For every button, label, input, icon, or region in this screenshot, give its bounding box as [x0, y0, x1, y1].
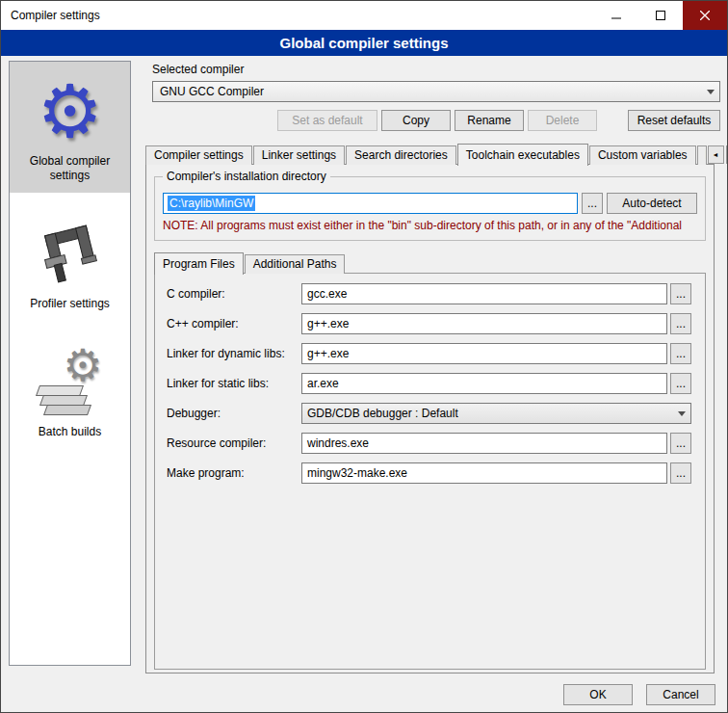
debugger-select[interactable]: GDB/CDB debugger : Default: [301, 403, 691, 424]
chevron-down-icon: [702, 82, 719, 101]
reset-defaults-button[interactable]: Reset defaults: [628, 110, 720, 131]
installation-directory-browse-button[interactable]: ...: [582, 193, 603, 214]
minimize-button[interactable]: [594, 1, 638, 30]
copy-button[interactable]: Copy: [381, 110, 451, 131]
tab-program-files[interactable]: Program Files: [154, 252, 244, 275]
dialog-header: Global compiler settings: [1, 30, 727, 56]
settings-tab-bar: Compiler settings Linker settings Search…: [145, 144, 715, 165]
sidebar-item-label: Global compiler settings: [13, 154, 127, 183]
make-program-value: mingw32-make.exe: [307, 466, 407, 480]
c-compiler-value: gcc.exe: [307, 287, 347, 301]
tab-toolchain-executables[interactable]: Toolchain executables: [457, 144, 588, 166]
installation-directory-group: Compiler's installation directory C:\ray…: [154, 176, 706, 241]
cpp-compiler-value: g++.exe: [307, 317, 349, 330]
selected-compiler-value: GNU GCC Compiler: [160, 85, 264, 98]
tab-linker-settings[interactable]: Linker settings: [253, 145, 345, 165]
linker-dynamic-value: g++.exe: [307, 347, 349, 360]
compiler-settings-dialog: Compiler settings Global compiler settin…: [0, 0, 728, 713]
minimize-icon: [611, 11, 621, 20]
sidebar-item-label: Profiler settings: [30, 297, 110, 311]
debugger-label: Debugger:: [167, 407, 301, 420]
resource-compiler-browse-button[interactable]: ...: [670, 433, 691, 454]
tab-build-options[interactable]: Build: [697, 145, 707, 165]
clamp-icon: [35, 217, 106, 292]
linker-static-browse-button[interactable]: ...: [670, 373, 691, 394]
rename-button[interactable]: Rename: [455, 110, 524, 131]
resource-compiler-input[interactable]: windres.exe: [301, 433, 667, 454]
c-compiler-browse-button[interactable]: ...: [670, 283, 691, 304]
main-panel: Selected compiler GNU GCC Compiler Set a…: [141, 61, 721, 673]
resource-compiler-value: windres.exe: [307, 436, 369, 450]
make-program-label: Make program:: [167, 466, 301, 480]
settings-category-list: ⚙ Global compiler settings Profiler set: [9, 61, 131, 666]
cpp-compiler-input[interactable]: g++.exe: [301, 313, 667, 334]
cpp-compiler-label: C++ compiler:: [167, 317, 301, 330]
resource-compiler-label: Resource compiler:: [167, 436, 301, 450]
auto-detect-button[interactable]: Auto-detect: [607, 193, 697, 214]
sidebar-item-label: Batch builds: [39, 425, 101, 439]
sidebar-item-batch-builds[interactable]: ⚙ Batch builds: [10, 332, 130, 449]
cancel-button[interactable]: Cancel: [646, 684, 715, 705]
maximize-button[interactable]: [638, 1, 683, 30]
window-controls: [594, 1, 727, 30]
field-row-cpp-compiler: C++ compiler: g++.exe ...: [167, 313, 691, 334]
selected-compiler-select[interactable]: GNU GCC Compiler: [152, 81, 720, 102]
ok-button[interactable]: OK: [563, 684, 633, 705]
tab-scroll-left-button[interactable]: ◄: [708, 145, 724, 164]
gear-stack-icon: ⚙: [30, 343, 111, 422]
tab-search-directories[interactable]: Search directories: [346, 145, 456, 165]
field-row-resource-compiler: Resource compiler: windres.exe ...: [167, 433, 691, 454]
linker-dynamic-input[interactable]: g++.exe: [301, 343, 667, 364]
make-program-input[interactable]: mingw32-make.exe: [301, 462, 667, 484]
installation-directory-note: NOTE: All programs must exist either in …: [163, 219, 697, 232]
program-files-tab-bar: Program Files Additional Paths: [154, 252, 714, 274]
title-bar: Compiler settings: [1, 1, 727, 30]
set-as-default-button[interactable]: Set as default: [277, 110, 377, 131]
sidebar-item-profiler-settings[interactable]: Profiler settings: [10, 204, 130, 321]
linker-dynamic-browse-button[interactable]: ...: [670, 343, 691, 364]
field-row-linker-dynamic: Linker for dynamic libs: g++.exe ...: [167, 343, 691, 364]
c-compiler-input[interactable]: gcc.exe: [301, 283, 667, 304]
linker-static-label: Linker for static libs:: [167, 377, 301, 390]
window-title: Compiler settings: [1, 9, 100, 22]
c-compiler-label: C compiler:: [167, 287, 301, 301]
tab-scroll-controls: ◄ ►: [708, 145, 728, 164]
cpp-compiler-browse-button[interactable]: ...: [670, 313, 691, 334]
sidebar-item-global-compiler-settings[interactable]: ⚙ Global compiler settings: [10, 62, 130, 193]
linker-dynamic-label: Linker for dynamic libs:: [167, 347, 301, 360]
linker-static-value: ar.exe: [307, 377, 339, 390]
debugger-value: GDB/CDB debugger : Default: [307, 407, 458, 420]
field-row-debugger: Debugger: GDB/CDB debugger : Default: [167, 403, 691, 424]
installation-directory-input[interactable]: C:\raylib\MinGW: [163, 193, 578, 214]
program-files-panel: C compiler: gcc.exe ... C++ compiler: g+…: [154, 273, 706, 670]
dialog-header-title: Global compiler settings: [279, 35, 448, 51]
maximize-icon: [656, 11, 665, 20]
blue-gear-icon: ⚙: [37, 75, 102, 148]
close-icon: [700, 11, 710, 20]
linker-static-input[interactable]: ar.exe: [301, 373, 667, 394]
make-program-browse-button[interactable]: ...: [670, 462, 691, 484]
selected-compiler-label: Selected compiler: [152, 63, 721, 76]
delete-button[interactable]: Delete: [528, 110, 597, 131]
installation-directory-group-title: Compiler's installation directory: [163, 170, 330, 183]
tab-compiler-settings[interactable]: Compiler settings: [145, 145, 252, 165]
tab-custom-variables[interactable]: Custom variables: [589, 145, 696, 165]
installation-directory-value: C:\raylib\MinGW: [168, 196, 255, 211]
field-row-c-compiler: C compiler: gcc.exe ...: [167, 283, 691, 304]
toolchain-executables-panel: Compiler's installation directory C:\ray…: [145, 164, 715, 673]
tab-additional-paths[interactable]: Additional Paths: [245, 254, 346, 274]
field-row-make-program: Make program: mingw32-make.exe ...: [167, 462, 691, 484]
close-button[interactable]: [683, 1, 727, 30]
compiler-actions: Set as default Copy Rename Delete Reset …: [152, 110, 720, 131]
chevron-down-icon: [673, 404, 690, 423]
field-row-linker-static: Linker for static libs: ar.exe ...: [167, 373, 691, 394]
